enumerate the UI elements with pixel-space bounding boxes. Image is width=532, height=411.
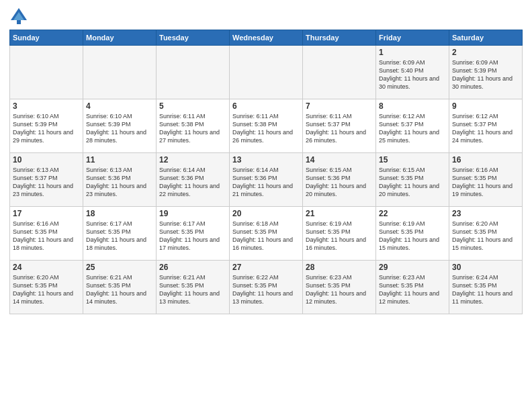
day-info: Sunrise: 6:23 AM Sunset: 5:35 PM Dayligh… [306, 273, 373, 306]
day-info: Sunrise: 6:16 AM Sunset: 5:35 PM Dayligh… [452, 166, 519, 199]
day-number: 2 [452, 48, 519, 57]
day-info: Sunrise: 6:09 AM Sunset: 5:40 PM Dayligh… [379, 58, 446, 91]
day-info: Sunrise: 6:13 AM Sunset: 5:36 PM Dayligh… [86, 166, 153, 199]
day-cell [83, 46, 157, 99]
calendar-table: SundayMondayTuesdayWednesdayThursdayFrid… [9, 30, 523, 314]
day-number: 28 [306, 263, 373, 272]
day-cell: 25Sunrise: 6:21 AM Sunset: 5:35 PM Dayli… [83, 261, 157, 314]
day-cell: 2Sunrise: 6:09 AM Sunset: 5:39 PM Daylig… [449, 46, 523, 99]
day-info: Sunrise: 6:09 AM Sunset: 5:39 PM Dayligh… [452, 58, 519, 91]
week-row-3: 10Sunrise: 6:13 AM Sunset: 5:37 PM Dayli… [10, 153, 523, 207]
day-number: 20 [232, 209, 300, 218]
day-cell: 21Sunrise: 6:19 AM Sunset: 5:35 PM Dayli… [303, 207, 376, 261]
day-info: Sunrise: 6:23 AM Sunset: 5:35 PM Dayligh… [379, 273, 446, 306]
day-cell: 23Sunrise: 6:20 AM Sunset: 5:35 PM Dayli… [449, 207, 523, 261]
day-cell: 8Sunrise: 6:12 AM Sunset: 5:37 PM Daylig… [376, 99, 449, 153]
day-number: 12 [159, 155, 226, 165]
page: SundayMondayTuesdayWednesdayThursdayFrid… [0, 0, 532, 411]
day-cell: 22Sunrise: 6:19 AM Sunset: 5:35 PM Dayli… [376, 207, 449, 261]
col-header-friday: Friday [376, 30, 449, 46]
logo-icon [9, 7, 28, 26]
day-number: 23 [452, 209, 519, 218]
day-cell: 17Sunrise: 6:16 AM Sunset: 5:35 PM Dayli… [10, 207, 83, 261]
day-cell: 28Sunrise: 6:23 AM Sunset: 5:35 PM Dayli… [303, 261, 376, 314]
day-number: 1 [379, 48, 446, 57]
day-cell: 18Sunrise: 6:17 AM Sunset: 5:35 PM Dayli… [83, 207, 157, 261]
day-info: Sunrise: 6:21 AM Sunset: 5:35 PM Dayligh… [86, 273, 153, 306]
day-cell: 11Sunrise: 6:13 AM Sunset: 5:36 PM Dayli… [83, 153, 157, 207]
day-number: 22 [379, 209, 446, 218]
day-info: Sunrise: 6:14 AM Sunset: 5:36 PM Dayligh… [159, 166, 226, 199]
col-header-wednesday: Wednesday [230, 30, 303, 46]
day-cell [303, 46, 376, 99]
day-cell: 9Sunrise: 6:12 AM Sunset: 5:37 PM Daylig… [449, 99, 523, 153]
day-info: Sunrise: 6:13 AM Sunset: 5:37 PM Dayligh… [13, 166, 80, 199]
day-number: 9 [452, 101, 519, 111]
day-cell [157, 46, 230, 99]
day-cell: 5Sunrise: 6:11 AM Sunset: 5:38 PM Daylig… [157, 99, 230, 153]
day-info: Sunrise: 6:12 AM Sunset: 5:37 PM Dayligh… [379, 112, 446, 145]
day-cell: 14Sunrise: 6:15 AM Sunset: 5:36 PM Dayli… [303, 153, 376, 207]
day-cell: 15Sunrise: 6:15 AM Sunset: 5:35 PM Dayli… [376, 153, 449, 207]
day-number: 11 [86, 155, 153, 165]
day-number: 29 [379, 263, 446, 272]
day-cell: 12Sunrise: 6:14 AM Sunset: 5:36 PM Dayli… [157, 153, 230, 207]
day-info: Sunrise: 6:20 AM Sunset: 5:35 PM Dayligh… [452, 220, 519, 253]
day-number: 21 [306, 209, 373, 218]
logo [9, 7, 31, 26]
day-info: Sunrise: 6:20 AM Sunset: 5:35 PM Dayligh… [13, 273, 80, 306]
week-row-2: 3Sunrise: 6:10 AM Sunset: 5:39 PM Daylig… [10, 99, 523, 153]
day-cell: 6Sunrise: 6:11 AM Sunset: 5:38 PM Daylig… [230, 99, 303, 153]
col-header-tuesday: Tuesday [157, 30, 230, 46]
day-info: Sunrise: 6:10 AM Sunset: 5:39 PM Dayligh… [86, 112, 153, 145]
day-info: Sunrise: 6:16 AM Sunset: 5:35 PM Dayligh… [13, 220, 80, 253]
day-info: Sunrise: 6:18 AM Sunset: 5:35 PM Dayligh… [232, 220, 300, 253]
week-row-1: 1Sunrise: 6:09 AM Sunset: 5:40 PM Daylig… [10, 46, 523, 99]
col-header-thursday: Thursday [303, 30, 376, 46]
day-number: 7 [306, 101, 373, 111]
day-cell: 19Sunrise: 6:17 AM Sunset: 5:35 PM Dayli… [157, 207, 230, 261]
day-info: Sunrise: 6:19 AM Sunset: 5:35 PM Dayligh… [379, 220, 446, 253]
header [9, 7, 523, 26]
day-info: Sunrise: 6:10 AM Sunset: 5:39 PM Dayligh… [13, 112, 80, 145]
day-number: 8 [379, 101, 446, 111]
day-number: 3 [13, 101, 80, 111]
day-number: 10 [13, 155, 80, 165]
day-info: Sunrise: 6:17 AM Sunset: 5:35 PM Dayligh… [159, 220, 226, 253]
day-info: Sunrise: 6:11 AM Sunset: 5:38 PM Dayligh… [159, 112, 226, 145]
week-row-4: 17Sunrise: 6:16 AM Sunset: 5:35 PM Dayli… [10, 207, 523, 261]
day-number: 13 [232, 155, 300, 165]
day-cell: 20Sunrise: 6:18 AM Sunset: 5:35 PM Dayli… [230, 207, 303, 261]
day-info: Sunrise: 6:15 AM Sunset: 5:36 PM Dayligh… [306, 166, 373, 199]
day-number: 30 [452, 263, 519, 272]
day-number: 27 [232, 263, 300, 272]
day-info: Sunrise: 6:15 AM Sunset: 5:35 PM Dayligh… [379, 166, 446, 199]
day-cell [230, 46, 303, 99]
day-number: 16 [452, 155, 519, 165]
day-cell: 29Sunrise: 6:23 AM Sunset: 5:35 PM Dayli… [376, 261, 449, 314]
day-info: Sunrise: 6:21 AM Sunset: 5:35 PM Dayligh… [159, 273, 226, 306]
day-cell: 4Sunrise: 6:10 AM Sunset: 5:39 PM Daylig… [83, 99, 157, 153]
day-cell: 24Sunrise: 6:20 AM Sunset: 5:35 PM Dayli… [10, 261, 83, 314]
day-cell: 27Sunrise: 6:22 AM Sunset: 5:35 PM Dayli… [230, 261, 303, 314]
day-number: 6 [232, 101, 300, 111]
day-cell: 3Sunrise: 6:10 AM Sunset: 5:39 PM Daylig… [10, 99, 83, 153]
day-number: 19 [159, 209, 226, 218]
day-number: 14 [306, 155, 373, 165]
day-number: 17 [13, 209, 80, 218]
day-number: 15 [379, 155, 446, 165]
day-cell: 7Sunrise: 6:11 AM Sunset: 5:37 PM Daylig… [303, 99, 376, 153]
day-number: 25 [86, 263, 153, 272]
day-cell: 26Sunrise: 6:21 AM Sunset: 5:35 PM Dayli… [157, 261, 230, 314]
day-info: Sunrise: 6:17 AM Sunset: 5:35 PM Dayligh… [86, 220, 153, 253]
day-info: Sunrise: 6:12 AM Sunset: 5:37 PM Dayligh… [452, 112, 519, 145]
day-number: 18 [86, 209, 153, 218]
col-header-monday: Monday [83, 30, 157, 46]
day-info: Sunrise: 6:11 AM Sunset: 5:37 PM Dayligh… [306, 112, 373, 145]
day-number: 26 [159, 263, 226, 272]
header-row: SundayMondayTuesdayWednesdayThursdayFrid… [10, 30, 523, 46]
day-cell: 30Sunrise: 6:24 AM Sunset: 5:35 PM Dayli… [449, 261, 523, 314]
day-info: Sunrise: 6:24 AM Sunset: 5:35 PM Dayligh… [452, 273, 519, 306]
day-cell: 13Sunrise: 6:14 AM Sunset: 5:36 PM Dayli… [230, 153, 303, 207]
day-cell: 16Sunrise: 6:16 AM Sunset: 5:35 PM Dayli… [449, 153, 523, 207]
